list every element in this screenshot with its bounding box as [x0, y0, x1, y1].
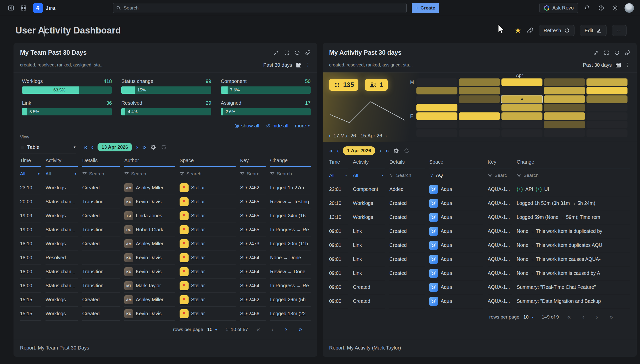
table-reload-button[interactable]	[403, 148, 410, 154]
column-header-key[interactable]: Key	[488, 156, 512, 168]
rows-per-page[interactable]: rows per page 10 ▾	[489, 314, 533, 320]
app-switcher-button[interactable]	[19, 3, 29, 13]
collapse-button[interactable]	[274, 50, 279, 56]
sidebar-toggle-button[interactable]	[6, 3, 16, 13]
heatmap-cell[interactable]	[544, 130, 585, 137]
next-date-button[interactable]: ›	[379, 148, 381, 154]
table-row[interactable]: 19:09WorklogsCreatedLJLinda JonesStellar…	[14, 209, 317, 223]
fullscreen-button[interactable]	[284, 50, 290, 56]
column-header-space[interactable]: Space	[429, 156, 483, 168]
heatmap-cell[interactable]	[416, 130, 457, 137]
heatmap-cell[interactable]	[544, 104, 585, 112]
heatmap-cell[interactable]	[544, 87, 585, 94]
table-row[interactable]: 22:01ComponentAddedAquaAQUA-1...(+) API …	[323, 182, 637, 196]
favorite-star-button[interactable]: ★	[515, 27, 521, 34]
edit-button[interactable]: Edit	[580, 25, 606, 36]
gadget-menu-button[interactable]: ⋮	[305, 62, 311, 68]
heatmap-cell[interactable]	[586, 104, 627, 112]
table-row[interactable]: 18:00Status chan...TransitionMTMark Tayl…	[14, 279, 317, 293]
create-button[interactable]: + Create	[412, 3, 439, 13]
heatmap-cell[interactable]	[544, 121, 585, 128]
filter-search[interactable]: Search	[82, 171, 104, 177]
filter-search[interactable]: AQ	[429, 173, 443, 178]
filter-search[interactable]: Search	[389, 173, 411, 178]
stat-assigned[interactable]: Assigned172.6%	[221, 100, 311, 116]
filter-search[interactable]: Search	[180, 171, 201, 177]
table-row[interactable]: 09:01LinkCreatedAquaAQUA-1...None → This…	[323, 224, 637, 238]
column-header-time[interactable]: Time	[329, 156, 348, 168]
jira-logo[interactable]: Jira	[33, 3, 55, 13]
filter-search[interactable]: Searc	[240, 171, 259, 177]
prev-date-button[interactable]: ‹	[337, 148, 339, 154]
prev-page-button[interactable]: ‹	[582, 314, 584, 320]
last-page-button[interactable]: »	[299, 326, 302, 332]
heatmap-cell[interactable]	[501, 87, 542, 94]
summary-badge[interactable]: 135	[329, 79, 358, 91]
first-date-button[interactable]: «	[329, 148, 333, 154]
more-actions-button[interactable]: ···	[612, 25, 626, 36]
last-page-button[interactable]: »	[609, 314, 613, 320]
first-page-button[interactable]: «	[567, 314, 571, 320]
prev-date-button[interactable]: ‹	[91, 144, 94, 151]
filter-dropdown[interactable]: All▾	[353, 173, 385, 178]
column-header-change[interactable]: Change	[270, 155, 311, 167]
column-header-author[interactable]: Author	[124, 155, 175, 167]
heatmap-cell[interactable]	[416, 87, 457, 94]
copy-link-button[interactable]	[527, 27, 533, 34]
table-row[interactable]: 09:00CreatedAquaAQUA-1...Summary: "Real-…	[323, 280, 637, 294]
table-row[interactable]: 15:15WorklogsCreatedKDKevin DavisStellar…	[14, 307, 317, 321]
heatmap-cell[interactable]	[501, 104, 542, 112]
table-row[interactable]: 20:00Status chan...TransitionKDKevin Dav…	[14, 195, 317, 209]
stat-component[interactable]: Component507.6%	[221, 78, 311, 94]
summary-badge[interactable]: 1	[365, 79, 387, 91]
gadget-link-button[interactable]	[625, 50, 630, 56]
heatmap-cell[interactable]	[416, 112, 457, 120]
heatmap-cell[interactable]	[459, 112, 500, 120]
column-header-activity[interactable]: Activity	[353, 156, 385, 168]
gadget-menu-button[interactable]: ⋮	[625, 62, 630, 68]
heatmap-cell[interactable]	[501, 112, 542, 120]
table-settings-button[interactable]	[393, 148, 399, 154]
rows-per-page[interactable]: rows per page 10 ▾	[173, 327, 217, 332]
table-row[interactable]: 19:00Status chan...TransitionRCRobert Cl…	[14, 223, 317, 237]
filter-search[interactable]: Search	[270, 171, 292, 177]
column-header-time[interactable]: Time	[20, 155, 41, 167]
table-row[interactable]: 20:10WorklogsCreatedAquaAQUA-1...Logged …	[323, 196, 637, 210]
notifications-button[interactable]	[582, 3, 592, 13]
stat-link[interactable]: Link365.5%	[22, 100, 112, 116]
table-reload-button[interactable]	[161, 144, 167, 150]
table-row[interactable]: 09:01LinkCreatedAquaAQUA-1...None → This…	[323, 266, 637, 280]
stat-worklogs[interactable]: Worklogs41863.5%	[22, 78, 112, 94]
prev-page-button[interactable]: ‹	[271, 326, 273, 332]
next-page-button[interactable]: ›	[596, 314, 598, 320]
last-date-button[interactable]: »	[142, 144, 146, 151]
ask-rovo-button[interactable]: Ask Rovo	[539, 3, 578, 13]
gadget-refresh-button[interactable]	[295, 50, 300, 56]
first-page-button[interactable]: «	[257, 326, 260, 332]
heatmap-cell[interactable]	[586, 112, 627, 120]
column-header-key[interactable]: Key	[240, 155, 266, 167]
table-row[interactable]: 09:01LinkCreatedAquaAQUA-1...None → This…	[323, 238, 637, 252]
refresh-button[interactable]: Refresh	[539, 25, 574, 36]
filter-search[interactable]: Search	[517, 173, 538, 178]
search-input[interactable]	[124, 5, 403, 11]
help-button[interactable]	[596, 3, 606, 13]
range-prev-button[interactable]: ‹	[329, 133, 330, 139]
stat-resolved[interactable]: Resolved294.4%	[121, 100, 211, 116]
calendar-icon[interactable]	[615, 62, 621, 68]
more-link[interactable]: more ▾	[295, 123, 310, 129]
heatmap-cell[interactable]	[544, 112, 585, 120]
table-row[interactable]: 18:00ResolvedKDKevin DavisStellarSD-2464…	[14, 251, 317, 265]
page-title[interactable]: User Activity Dashboard	[16, 25, 121, 36]
heatmap-cell[interactable]	[459, 130, 500, 137]
heatmap-cell[interactable]	[416, 78, 457, 86]
settings-button[interactable]	[610, 3, 620, 13]
next-page-button[interactable]: ›	[285, 326, 287, 332]
show-all-link[interactable]: show all	[234, 123, 259, 129]
heatmap-cell[interactable]	[459, 87, 500, 94]
heatmap-cell[interactable]	[459, 96, 500, 103]
table-row[interactable]: 13:10WorklogsCreatedAquaAQUA-1...Logged …	[323, 210, 637, 224]
heatmap-cell[interactable]	[501, 121, 542, 128]
table-row[interactable]: 09:00CreatedAquaAQUA-1...Summary: "Data …	[323, 294, 637, 308]
heatmap-cell[interactable]	[586, 87, 627, 94]
